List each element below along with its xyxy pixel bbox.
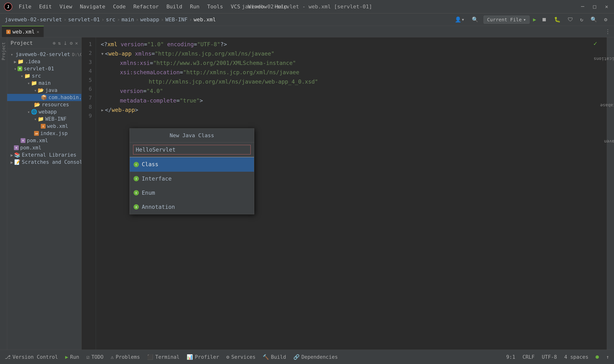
current-file-dropdown[interactable]: Current File ▾ bbox=[484, 15, 530, 24]
xml-file-icon: X bbox=[41, 124, 46, 129]
refresh-button[interactable]: ↻ bbox=[578, 15, 585, 24]
maven-panel-tab[interactable]: Maven bbox=[601, 138, 614, 145]
code-editor[interactable]: <?xml version="1.0" encoding="UTF-8" ?> … bbox=[96, 37, 607, 350]
coverage-button[interactable]: 🛡 bbox=[566, 15, 575, 24]
terminal-button[interactable]: ⬛ Terminal bbox=[147, 354, 179, 360]
annotation-icon: @ bbox=[134, 204, 139, 209]
tab-more-button[interactable]: ⋮ bbox=[601, 26, 614, 37]
popup-item-interface[interactable]: I Interface bbox=[130, 172, 254, 186]
services-button[interactable]: ⚙ Services bbox=[226, 354, 256, 360]
tab-webxml[interactable]: X web.xml ✕ bbox=[2, 26, 44, 37]
tree-item-pomxml-servlet[interactable]: M pom.xml bbox=[7, 137, 81, 144]
sidebar-settings-icon[interactable]: ⚙ bbox=[70, 40, 73, 46]
folder-icon: 📁 bbox=[31, 80, 37, 86]
run-status-button[interactable]: ▶ Run bbox=[65, 354, 79, 360]
indent-size[interactable]: 4 spaces bbox=[564, 354, 588, 360]
search-everywhere-icon[interactable]: 🔍 bbox=[470, 15, 480, 24]
close-button[interactable]: ✕ bbox=[603, 4, 610, 10]
encoding[interactable]: UTF-8 bbox=[542, 354, 557, 360]
tree-item-resources[interactable]: 📂 resources bbox=[7, 101, 81, 108]
menu-build[interactable]: Build bbox=[163, 3, 186, 11]
svg-text:JSP: JSP bbox=[35, 133, 38, 135]
status-bar: ⎇ Version Control ▶ Run ☑ TODO ⚠ Problem… bbox=[0, 350, 614, 364]
breadcrumb-webinf[interactable]: WEB-INF bbox=[165, 16, 188, 23]
tab-xml-icon: X bbox=[6, 30, 11, 34]
enum-icon: E bbox=[134, 190, 139, 195]
popup-item-enum[interactable]: E Enum bbox=[130, 186, 254, 200]
tree-item-idea[interactable]: ▶ 📁 .idea bbox=[7, 58, 81, 65]
line-ending[interactable]: CRLF bbox=[522, 354, 535, 360]
app-logo: J bbox=[4, 2, 13, 11]
breadcrumb-main[interactable]: main bbox=[121, 16, 134, 23]
project-panel-tab[interactable]: Project bbox=[0, 40, 7, 63]
version-control-button[interactable]: ⎇ Version Control bbox=[5, 354, 58, 360]
breadcrumb-servlet01[interactable]: servlet-01 bbox=[68, 16, 100, 23]
breadcrumb-webapp[interactable]: webapp bbox=[140, 16, 159, 23]
editor-area[interactable]: 1 2 3 4 5 6 7 8 9 <?xml version="1.0" en… bbox=[82, 37, 607, 350]
maximize-button[interactable]: □ bbox=[591, 4, 598, 10]
menu-view[interactable]: View bbox=[56, 3, 76, 11]
package-icon: 📦 bbox=[41, 95, 47, 100]
tree-item-webapp[interactable]: ▾ 🌐 webapp bbox=[7, 108, 81, 116]
menu-file[interactable]: File bbox=[15, 3, 35, 11]
cursor-position[interactable]: 9:1 bbox=[506, 354, 515, 360]
menu-vcs[interactable]: VCS bbox=[227, 3, 244, 11]
settings-gear-icon[interactable]: ⚙ bbox=[602, 15, 609, 24]
profiler-icon: 📊 bbox=[187, 354, 193, 360]
code-line-3: xmlns:xsi="http://www.w3.org/2001/XMLSch… bbox=[101, 58, 602, 68]
profiler-button[interactable]: 📊 Profiler bbox=[187, 354, 219, 360]
tree-item-java[interactable]: ▾ 📂 java bbox=[7, 87, 81, 94]
popup-item-annotation[interactable]: @ Annotation bbox=[130, 200, 254, 214]
sidebar-expand-icon[interactable]: ⇅ bbox=[58, 40, 61, 46]
breadcrumb-src[interactable]: src bbox=[106, 16, 115, 23]
tree-item-webxml[interactable]: X web.xml bbox=[7, 123, 81, 130]
stop-button[interactable]: ⏹ bbox=[540, 15, 549, 24]
breadcrumb-webxml[interactable]: web.xml bbox=[194, 16, 216, 23]
debug-button[interactable]: 🐛 bbox=[552, 15, 562, 24]
sidebar-add-icon[interactable]: ⊕ bbox=[53, 40, 56, 46]
editor-content: 1 2 3 4 5 6 7 8 9 <?xml version="1.0" en… bbox=[82, 37, 607, 350]
menu-run[interactable]: Run bbox=[187, 3, 203, 11]
menu-tools[interactable]: Tools bbox=[204, 3, 226, 11]
tree-item-main[interactable]: ▾ 📁 main bbox=[7, 79, 81, 87]
menu-refactor[interactable]: Refactor bbox=[130, 3, 162, 11]
tree-item-src[interactable]: ▾ 📁 src bbox=[7, 72, 81, 79]
tree-item-external-libs[interactable]: ▶ 📚 External Libraries bbox=[7, 151, 81, 158]
tree-item-servlet01[interactable]: ▾ M servlet-01 bbox=[7, 65, 81, 72]
tree-item-webinf[interactable]: ▾ 📁 WEB-INF bbox=[7, 116, 81, 123]
sidebar: Project ⊕ ⇅ ⤓ ⚙ ✕ ▾ M javeweb-02-servlet… bbox=[7, 37, 82, 350]
tree-item-pomxml-root[interactable]: M pom.xml bbox=[7, 144, 81, 151]
build-button[interactable]: 🔨 Build bbox=[263, 354, 286, 360]
problems-button[interactable]: ⚠ Problems bbox=[111, 354, 140, 360]
interface-label: Interface bbox=[142, 174, 172, 183]
tree-arrow: ▾ bbox=[34, 88, 37, 93]
class-icon: C bbox=[134, 162, 139, 167]
run-button[interactable]: ▶ bbox=[533, 16, 536, 23]
tree-item-package[interactable]: 📦 com.haobin.servlet bbox=[7, 94, 81, 101]
breadcrumb-project[interactable]: javeweb-02-servlet bbox=[5, 16, 62, 23]
sidebar-close-icon[interactable]: ✕ bbox=[75, 40, 78, 46]
sidebar-collapse-icon[interactable]: ⤓ bbox=[63, 40, 67, 46]
dependencies-button[interactable]: 🔗 Dependencies bbox=[293, 354, 338, 360]
account-icon[interactable]: 👤▾ bbox=[453, 15, 466, 24]
tab-close-button[interactable]: ✕ bbox=[37, 29, 39, 34]
git-push-icon[interactable]: ↑ bbox=[606, 354, 609, 360]
code-line-7: metadata-complete="true"> bbox=[101, 96, 602, 105]
notifications-panel-tab[interactable]: Notifications bbox=[591, 56, 614, 63]
class-name-input[interactable] bbox=[133, 145, 251, 155]
tree-item-indexjsp[interactable]: JSP index.jsp bbox=[7, 130, 81, 137]
minimize-button[interactable]: ─ bbox=[579, 4, 586, 10]
tree-arrow: ▾ bbox=[27, 81, 30, 86]
menu-navigate[interactable]: Navigate bbox=[77, 3, 109, 11]
menu-edit[interactable]: Edit bbox=[36, 3, 55, 11]
menu-code[interactable]: Code bbox=[110, 3, 129, 11]
find-button[interactable]: 🔍 bbox=[588, 15, 599, 24]
class-name-input-area[interactable] bbox=[130, 143, 254, 157]
tree-item-root[interactable]: ▾ M javeweb-02-servlet D:\CSApp\AllC... bbox=[7, 51, 81, 58]
database-panel-tab[interactable]: Database bbox=[598, 102, 614, 109]
popup-item-class[interactable]: C Class bbox=[130, 157, 254, 171]
new-java-class-dialog[interactable]: New Java Class C Class I Int bbox=[129, 128, 254, 214]
title-controls: ─ □ ✕ bbox=[579, 4, 610, 10]
tree-item-scratches[interactable]: ▶ 📝 Scratches and Consoles bbox=[7, 158, 81, 166]
todo-button[interactable]: ☑ TODO bbox=[86, 354, 103, 360]
